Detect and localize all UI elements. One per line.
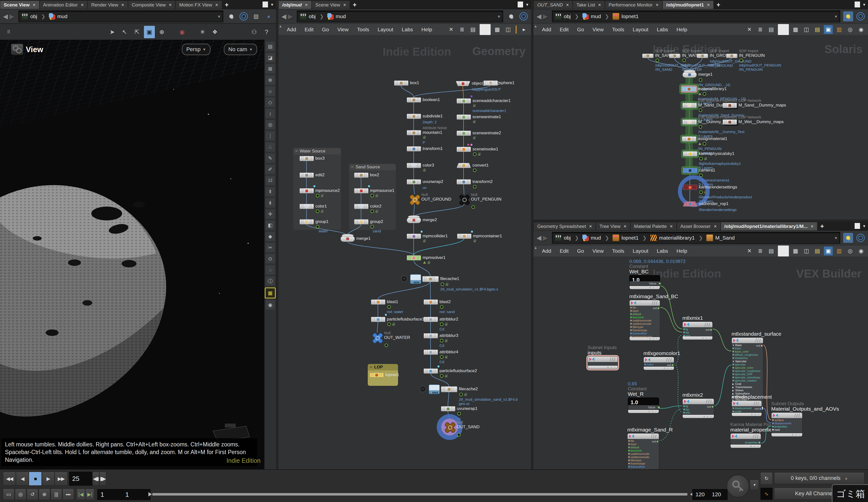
node-shape[interactable] bbox=[424, 368, 438, 373]
menu-labs[interactable]: Labs bbox=[402, 27, 413, 32]
node-shape[interactable] bbox=[394, 80, 409, 86]
node-shape[interactable] bbox=[424, 350, 438, 355]
input-port-dot[interactable] bbox=[772, 419, 774, 421]
geo-network-canvas[interactable]: Indie Edition Geometry −Water Source−San… bbox=[278, 35, 531, 469]
node-box2[interactable]: box2 bbox=[354, 173, 369, 178]
node-camera1[interactable]: camera1/cameras/camera15 Layers bbox=[683, 168, 697, 173]
tab-obj-mud-lopnet1[interactable]: /obj/mud/lopnet1✕ bbox=[662, 0, 714, 9]
node-copsand[interactable]: M_Sand__Dummy_mapsCOP Network bbox=[723, 103, 737, 108]
close-tab-icon[interactable]: ✕ bbox=[589, 224, 592, 229]
input-port-dot[interactable] bbox=[628, 463, 630, 464]
seek-icon[interactable]: ⋮ bbox=[266, 131, 275, 141]
node-usdrender_rop1[interactable]: usdrender_rop1/Render/rendersettings bbox=[683, 201, 697, 207]
pane-expand-icon[interactable]: ▲ bbox=[534, 246, 537, 249]
nav-forward-icon[interactable]: ▶ bbox=[288, 13, 293, 20]
path-dropdown-icon[interactable]: ▼ bbox=[834, 14, 840, 19]
cut-icon[interactable]: ✂ bbox=[266, 243, 275, 252]
no-cam-button[interactable]: No cam▼ bbox=[224, 44, 257, 55]
customize-toolbar-icon[interactable]: ✕ bbox=[745, 247, 754, 255]
input-port-dot[interactable] bbox=[733, 348, 734, 349]
node-karmaphysicalsky1[interactable]: karmaphysicalsky1/lights/karmaphysicalsk… bbox=[683, 151, 697, 156]
node-filecache2[interactable]: −filecache228_mud_simulation_sand_v1.$F4… bbox=[441, 386, 457, 392]
visibility-icon[interactable]: ◉ bbox=[857, 247, 866, 255]
node-OUT_SAND[interactable]: OUT_SANDNull bbox=[445, 422, 455, 432]
material-palette-icon[interactable] bbox=[778, 24, 789, 35]
layout-split-icon[interactable]: ◫ bbox=[802, 247, 811, 255]
layout-split-icon[interactable]: ◫ bbox=[802, 25, 811, 34]
node-shape[interactable] bbox=[682, 86, 696, 92]
auto-update-icon[interactable]: ↻ bbox=[760, 472, 773, 485]
range-start2-field[interactable]: 1 bbox=[122, 489, 151, 500]
node-uvunwrap2[interactable]: uvunwrap2uv bbox=[407, 179, 421, 184]
node-shape[interactable] bbox=[407, 130, 421, 135]
visibility-icon[interactable]: ◉ bbox=[857, 25, 866, 34]
input-port-dot[interactable] bbox=[628, 443, 630, 445]
search-icon[interactable]: ◎ bbox=[846, 247, 855, 255]
key-options-dropdown[interactable]: ▼ bbox=[750, 480, 759, 490]
path-breadcrumb[interactable]: obj❯mud❯lopnet1▼ bbox=[552, 10, 840, 22]
node-shape[interactable] bbox=[354, 173, 369, 178]
nav-forward-icon[interactable]: ▶ bbox=[543, 234, 548, 242]
input-port-dot[interactable] bbox=[630, 307, 632, 308]
close-tab-icon[interactable]: ✕ bbox=[81, 3, 84, 7]
breadcrumb-m-sand[interactable]: M_Sand bbox=[705, 233, 737, 243]
vex-node-body[interactable]: indexout≡ = − bbox=[643, 357, 674, 370]
vex-node-body[interactable]: ≡ = − bbox=[588, 356, 618, 369]
close-tab-icon[interactable]: ✕ bbox=[714, 224, 717, 229]
node-mpmsource2[interactable]: mpmsource2 bbox=[300, 188, 314, 193]
node-shape[interactable] bbox=[370, 372, 384, 378]
breadcrumb-lopnet1[interactable]: lopnet1❯ bbox=[611, 233, 649, 243]
tab-scene-view[interactable]: Scene View✕ bbox=[0, 0, 40, 9]
close-tab-icon[interactable]: ✕ bbox=[305, 3, 308, 7]
input-port-dot[interactable] bbox=[733, 367, 734, 368]
list-view-icon[interactable]: ▤ bbox=[767, 25, 776, 34]
input-port-dot[interactable] bbox=[733, 380, 734, 381]
toolbar-overflow-icon[interactable]: ▸ bbox=[520, 25, 528, 34]
node-shape[interactable] bbox=[683, 151, 697, 156]
menu-view[interactable]: View bbox=[592, 248, 604, 254]
next-key-button[interactable]: ▶| bbox=[85, 489, 94, 500]
radial-icon[interactable] bbox=[519, 11, 528, 21]
node-mpmcollider1[interactable]: mpmcollider1 bbox=[407, 234, 421, 239]
input-port-dot[interactable] bbox=[630, 317, 632, 318]
menu-add[interactable]: Add bbox=[287, 27, 296, 32]
brush-icon[interactable]: ✎ bbox=[266, 153, 275, 163]
breadcrumb-materiallibrary1[interactable]: materiallibrary1❯ bbox=[649, 233, 705, 243]
grid-yellow-icon[interactable]: ▦ bbox=[265, 287, 276, 298]
input-port-dot[interactable] bbox=[733, 411, 734, 412]
path-breadcrumb[interactable]: obj❯mud▼ bbox=[297, 10, 503, 22]
tab-tree-view[interactable]: Tree View✕ bbox=[596, 222, 630, 230]
list-view-icon[interactable]: ▤ bbox=[468, 25, 477, 34]
breadcrumb-mud[interactable]: mud❯ bbox=[581, 233, 612, 243]
view-tool-icon[interactable]: ▣ bbox=[144, 26, 155, 38]
node-shape[interactable] bbox=[354, 219, 369, 224]
menu-edit[interactable]: Edit bbox=[304, 27, 313, 32]
node-IN_WATER[interactable]: IN_WATERSOP Import/obj/mud/OUT_WATER/IN_… bbox=[669, 54, 680, 58]
node-shape[interactable] bbox=[457, 114, 471, 120]
node-sceneinvoke1[interactable]: sceneinvoke1 bbox=[457, 147, 471, 152]
input-port-dot[interactable] bbox=[628, 466, 630, 468]
input-port-dot[interactable] bbox=[630, 326, 632, 328]
magnet-icon[interactable]: ⊙ bbox=[266, 254, 275, 264]
fast-forward-button[interactable]: ▶▶ bbox=[54, 472, 68, 485]
input-port-dot[interactable] bbox=[733, 407, 734, 409]
node-assignmaterial1[interactable]: assignmaterial1/IN_PENGUIN5 Layers bbox=[682, 136, 696, 142]
pin-icon[interactable] bbox=[843, 11, 853, 21]
node-attribblur2[interactable]: attribblur2Cd bbox=[424, 317, 438, 322]
menu-view[interactable]: View bbox=[338, 27, 349, 32]
node-shape[interactable] bbox=[457, 163, 471, 168]
snap-icon[interactable]: ❖ bbox=[209, 26, 220, 38]
input-port-dot[interactable] bbox=[628, 440, 630, 442]
null-node-shape[interactable] bbox=[410, 194, 419, 204]
fly-icon[interactable]: ✳ bbox=[197, 26, 208, 38]
input-port-dot[interactable] bbox=[683, 406, 685, 407]
pane-controls[interactable]: ▼ bbox=[854, 223, 866, 229]
input-port-dot[interactable] bbox=[683, 412, 685, 413]
node-shape[interactable] bbox=[456, 81, 470, 86]
slider-options-icon[interactable]: ◂●▸ bbox=[63, 489, 74, 500]
close-tab-icon[interactable]: ✕ bbox=[169, 3, 172, 7]
node-mpmsolver1[interactable]: mpmsolver1 bbox=[407, 255, 421, 260]
path-breadcrumb[interactable]: obj❯mud▼ bbox=[18, 10, 223, 22]
light-icon[interactable]: ◇ bbox=[266, 98, 275, 107]
menu-add[interactable]: Add bbox=[542, 27, 551, 32]
